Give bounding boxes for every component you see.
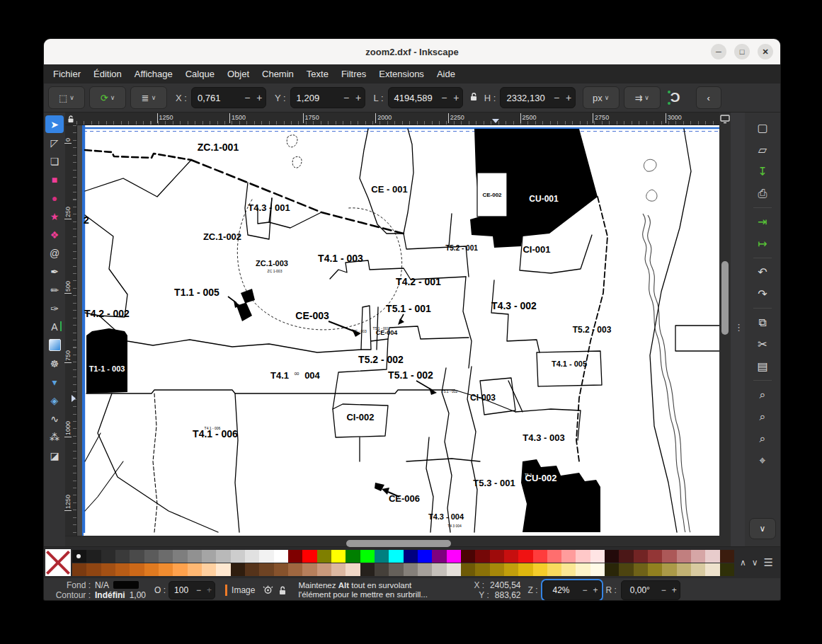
palette-scroll-down-icon[interactable]: ∨ [752,558,758,568]
tweak-tool[interactable]: ∿ [45,410,64,427]
palette-swatch[interactable] [677,563,691,576]
canvas[interactable]: ZC.1-00102T4.3 - 001ZC.1-002ZC.1-003ZC 1… [84,125,719,536]
palette-swatch[interactable] [648,563,662,576]
palette-swatch[interactable] [705,563,719,576]
layer-visibility-eye-icon[interactable] [262,585,274,594]
zoom-minus-button[interactable]: − [580,585,590,595]
open-folder-icon[interactable]: ▱ [750,139,775,161]
zorder-dropdown[interactable]: ≣ ∨ [130,86,167,109]
palette-swatch[interactable] [691,550,705,563]
snap-toggle[interactable]: Ɔ [665,87,686,108]
calligraphy-tool[interactable]: ✑ [45,299,64,317]
menu-aide[interactable]: Aide [430,66,462,82]
palette-swatch[interactable] [115,550,130,563]
import-icon[interactable]: ⇥ [750,211,775,233]
vertical-ruler[interactable]: 025050075010001250 [65,125,77,536]
rotate-dropdown[interactable]: ⟳ ∨ [89,86,126,109]
menu-fichier[interactable]: Fichier [47,66,87,82]
horizontal-scrollbar[interactable] [65,536,719,546]
rotation-plus-button[interactable]: + [669,585,680,595]
palette-swatch[interactable] [518,550,532,563]
palette-swatch[interactable] [245,563,259,576]
palette-swatch[interactable] [533,550,547,563]
palette-swatch[interactable] [173,563,187,576]
cut-icon[interactable]: ✂ [750,333,775,355]
palette-swatch[interactable] [705,550,719,563]
palette-swatch[interactable] [331,563,346,576]
palette-swatch[interactable] [475,550,489,563]
palette-swatch[interactable] [475,563,489,576]
paint-bucket-tool[interactable]: ◈ [45,391,64,409]
fill-value[interactable]: N/A [95,580,109,590]
palette-swatch[interactable] [144,550,159,563]
palette-swatch[interactable] [216,550,230,563]
duplicate-icon[interactable]: ⧉ [750,311,775,333]
export-icon[interactable]: ↦ [750,233,775,255]
palette-swatch[interactable] [259,563,273,576]
y-minus-button[interactable]: − [341,92,353,103]
x-minus-button[interactable]: − [241,92,253,103]
x-input[interactable]: 0,761 [192,93,241,103]
palette-swatch[interactable] [360,550,375,563]
palette-swatch[interactable] [231,550,245,563]
palette-swatch[interactable] [518,563,532,576]
horizontal-ruler[interactable]: 12501500175020002250250027503000 [65,113,719,125]
palette-swatch[interactable] [634,550,648,563]
palette-swatch[interactable] [561,563,576,576]
palette-swatch[interactable] [115,563,130,576]
ellipse-tool[interactable]: ● [45,189,64,207]
palette-menu-icon[interactable]: ☰ [764,556,773,569]
paste-icon[interactable]: ▤ [750,355,775,377]
zoom-drawing-icon[interactable]: ⌕ [750,406,775,427]
palette-swatch[interactable] [259,550,273,563]
palette-swatch[interactable] [576,563,590,576]
palette-swatch[interactable] [691,563,705,576]
rotation-input[interactable]: 0,00° [622,585,658,595]
palette-swatch[interactable] [159,563,173,576]
pen-tool[interactable]: ✒ [45,263,64,280]
text-tool[interactable]: A [45,318,64,335]
panel-divider[interactable]: ⋮ [731,113,745,546]
gradient-tool[interactable] [45,336,64,354]
palette-swatch[interactable] [533,563,547,576]
unit-dropdown[interactable]: px ∨ [583,86,620,109]
palette-swatch[interactable] [72,550,86,563]
layer-name[interactable]: Image [232,585,255,595]
stroke-width-value[interactable]: 1,00 [130,590,146,600]
spiral-tool[interactable]: @ [45,244,64,262]
palette-swatch[interactable] [418,550,432,563]
fill-color-swatch[interactable] [113,581,139,589]
maximize-button[interactable]: □ [734,44,750,59]
palette-swatch[interactable] [404,550,418,563]
undo-icon[interactable]: ↶ [750,261,775,283]
palette-swatch[interactable] [245,550,259,563]
height-plus-button[interactable]: + [563,92,575,103]
rectangle-tool[interactable]: ■ [45,171,64,188]
palette-swatch[interactable] [317,550,331,563]
horizontal-scrollbar-thumb[interactable] [346,540,451,547]
lock-ratio-toggle[interactable] [469,91,479,105]
menu-edition[interactable]: Édition [87,66,128,82]
palette-swatch[interactable] [130,563,144,576]
box3d-tool[interactable]: ❖ [45,226,64,243]
commands-expand-button[interactable]: ∨ [749,518,776,539]
palette-swatch[interactable] [490,563,504,576]
opacity-plus-button[interactable]: + [204,585,215,595]
vertical-scrollbar-thumb[interactable] [721,261,729,335]
palette-swatch[interactable] [504,563,518,576]
palette-swatch[interactable] [648,550,662,563]
selector-tool[interactable]: ➤ [45,115,64,133]
palette-swatch[interactable] [561,550,576,563]
zoom-plus-button[interactable]: + [590,585,601,595]
palette-swatch[interactable] [590,563,605,576]
redo-icon[interactable]: ↷ [750,283,775,305]
palette-swatch[interactable] [720,563,734,576]
palette-swatch[interactable] [461,563,475,576]
menu-objet[interactable]: Objet [221,66,256,82]
palette-swatch[interactable] [288,563,302,576]
palette-swatch[interactable] [634,563,648,576]
palette-swatch[interactable] [418,563,432,576]
no-color-swatch[interactable] [45,549,71,576]
palette-swatch[interactable] [173,550,187,563]
width-input[interactable]: 4194,589 [389,93,438,103]
